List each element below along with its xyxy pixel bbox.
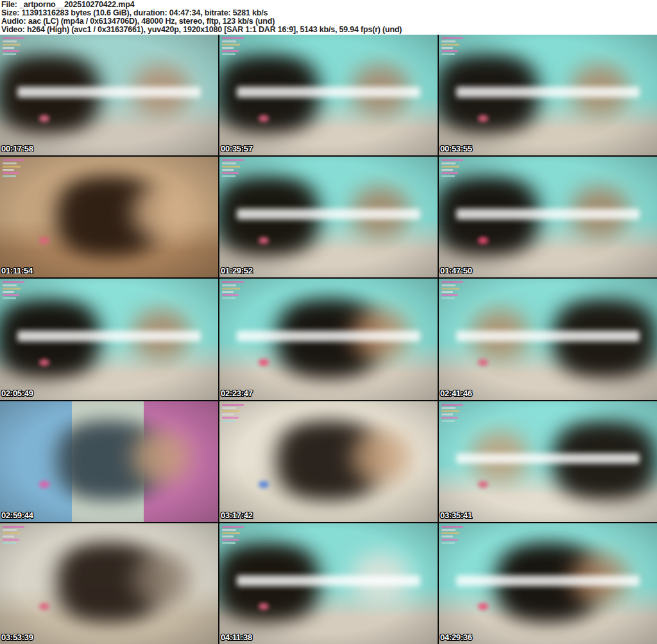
vignette-overlay [439,157,657,277]
vignette-overlay [219,279,438,399]
vignette-overlay [439,35,657,155]
video-thumbnail: 02:05:49 [0,279,218,399]
timestamp-label: 02:05:49 [1,388,33,398]
video-thumbnail: 04:29:36 [439,523,657,644]
vignette-overlay [0,523,218,644]
vignette-overlay [0,401,218,522]
video-thumbnail: 01:29:52 [219,157,438,277]
video-thumbnail: 03:53:39 [0,523,218,644]
vignette-overlay [0,35,218,155]
video-thumbnail: 03:17:42 [219,401,438,522]
timestamp-label: 01:29:52 [221,266,253,275]
video-thumbnail: 00:35:57 [219,35,438,155]
video-thumbnail: 03:35:41 [439,401,657,522]
video-codec-line: Video: h264 (High) (avc1 / 0x31637661), … [1,26,657,34]
vignette-overlay [439,279,657,399]
vignette-overlay [439,401,657,522]
timestamp-label: 00:17:58 [1,144,33,153]
video-thumbnail: 00:17:58 [0,35,218,155]
timestamp-label: 02:23:47 [221,388,253,398]
video-thumbnail: 02:59:44 [0,401,218,522]
video-thumbnail: 04:11:38 [219,523,438,644]
timestamp-label: 03:53:39 [1,632,33,642]
vignette-overlay [0,157,218,277]
timestamp-label: 02:59:44 [1,510,33,520]
timestamp-label: 04:11:38 [221,632,252,642]
timestamp-label: 01:47:50 [440,266,472,275]
vignette-overlay [219,35,438,155]
timestamp-label: 01:11:54 [1,266,33,275]
vignette-overlay [439,523,657,644]
video-thumbnail: 02:23:47 [219,279,438,399]
vignette-overlay [219,523,438,644]
vignette-overlay [0,279,218,399]
timestamp-label: 04:29:36 [440,632,472,642]
timestamp-label: 00:35:57 [221,144,253,153]
timestamp-label: 02:41:46 [440,388,472,398]
vignette-overlay [219,401,438,522]
video-thumbnail: 02:41:46 [439,279,657,399]
metadata-header: File: _artporno__202510270422.mp4 Size: … [0,0,657,35]
timestamp-label: 03:35:41 [440,510,472,520]
thumbnail-grid: 00:17:58 00:35:57 00:53:55 01:11:54 [0,35,657,644]
video-thumbnail: 01:47:50 [439,157,657,277]
timestamp-label: 03:17:42 [221,510,253,520]
video-thumbnail: 00:53:55 [439,35,657,155]
vignette-overlay [219,157,438,277]
timestamp-label: 00:53:55 [440,144,472,153]
video-thumbnail: 01:11:54 [0,157,218,277]
